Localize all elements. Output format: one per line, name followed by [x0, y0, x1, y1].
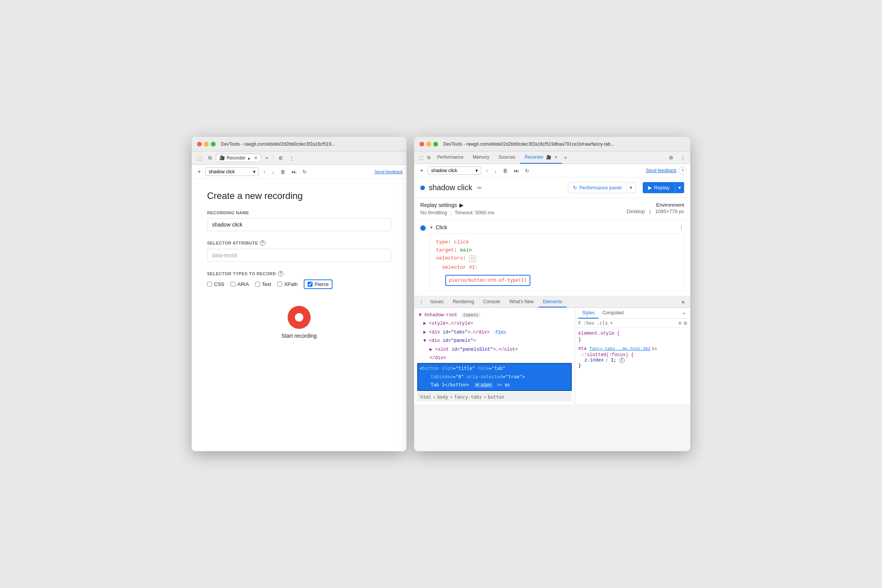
selector-attr-input[interactable] — [207, 249, 391, 262]
right-step-button[interactable]: ⏭ — [512, 167, 521, 175]
css-checkbox[interactable] — [207, 282, 212, 287]
hover-state-button[interactable]: :hov — [583, 320, 594, 326]
dom-line-selected-button[interactable]: <button slot="title" role="tab" tabindex… — [417, 363, 572, 391]
perf-panel-refresh-icon: ↻ — [573, 185, 577, 191]
tab-console[interactable]: Console — [479, 297, 505, 307]
right-more-options-icon[interactable]: ⋮ — [678, 154, 687, 162]
performance-panel-dropdown[interactable]: ▾ — [626, 182, 636, 193]
filter-label: F — [578, 320, 581, 326]
settings-icon[interactable]: ⚙ — [276, 154, 285, 162]
right-minimize-button[interactable] — [426, 142, 431, 146]
right-send-feedback-link[interactable]: Send feedback — [646, 168, 676, 173]
right-replay-step-button[interactable]: ↻ — [523, 167, 531, 175]
recording-toolbar: + shadow click ▾ ↑ ↓ 🗑 ⏭ ↻ Send feedback — [192, 165, 406, 179]
close-bottom-panel-icon[interactable]: ✕ — [679, 298, 687, 306]
z-index-info-icon[interactable]: ℹ — [619, 358, 625, 363]
maximize-button[interactable] — [211, 142, 216, 146]
tab-close-icon[interactable]: ✕ — [254, 155, 258, 161]
right-cursor-icon[interactable]: ⬚ — [417, 154, 425, 161]
more-tabs-right-icon[interactable]: » — [562, 154, 569, 161]
breadcrumb-body[interactable]: body — [437, 394, 448, 400]
export-recording-button[interactable]: ↑ — [261, 168, 268, 176]
replay-button[interactable]: ▶ Replay — [643, 182, 675, 193]
right-device-icon[interactable]: ⧉ — [425, 154, 433, 161]
right-import-button[interactable]: ↓ — [492, 167, 499, 175]
recorder-tab[interactable]: 🎥 Recorder ▲ ✕ — [216, 154, 261, 162]
xpath-checkbox[interactable] — [277, 282, 282, 287]
breadcrumb-fancy-tabs[interactable]: fancy-tabs — [454, 394, 482, 400]
selector-types-info-icon[interactable]: ? — [278, 271, 283, 276]
step-header[interactable]: ▼ Click ⋮ — [429, 224, 684, 230]
step-more-icon[interactable]: ⋮ — [679, 224, 684, 230]
right-export-button[interactable]: ↑ — [484, 167, 490, 175]
right-add-button[interactable]: + — [418, 166, 425, 175]
recorder-tab-close-right[interactable]: ✕ — [554, 155, 558, 159]
record-inner-icon — [295, 313, 303, 322]
right-close-button[interactable] — [420, 142, 424, 146]
cursor-icon[interactable]: ⬚ — [196, 154, 204, 162]
xpath-checkbox-item[interactable]: XPath — [277, 281, 298, 287]
tab-performance[interactable]: Performance — [433, 151, 468, 164]
replay-dropdown-button[interactable]: ▾ — [675, 182, 684, 193]
text-checkbox-item[interactable]: Text — [255, 281, 271, 287]
styles-tab-styles[interactable]: Styles — [578, 308, 599, 319]
start-recording-button[interactable] — [288, 306, 311, 329]
dom-line-panels-div[interactable]: ▼ <div id="panels"> — [417, 337, 572, 345]
right-recording-selector[interactable]: shadow click ▾ — [428, 166, 481, 175]
tab-issues[interactable]: Issues — [426, 297, 448, 307]
tab-rendering[interactable]: Rendering — [448, 297, 479, 307]
more-options-icon[interactable]: ⋮ — [287, 154, 296, 162]
device-icon[interactable]: ⧉ — [206, 154, 214, 162]
send-feedback-link[interactable]: Send feedback — [375, 169, 403, 174]
breadcrumb-html[interactable]: html — [420, 394, 431, 400]
right-help-icon[interactable]: ? — [679, 167, 686, 174]
style-source-link[interactable]: fancy-tabs-….mo.html:302 — [590, 347, 650, 351]
import-recording-button[interactable]: ↓ — [270, 168, 276, 176]
styles-more-icon[interactable]: » — [681, 308, 687, 319]
close-button[interactable] — [197, 142, 202, 146]
tab-whatsnew[interactable]: What's New — [505, 297, 538, 307]
tab-sources[interactable]: Sources — [494, 151, 520, 164]
step-over-button[interactable]: ⏭ — [290, 168, 298, 176]
bottom-panel-more-icon[interactable]: ⋮ — [417, 297, 426, 307]
recording-name-input[interactable] — [207, 218, 391, 231]
step-code-block: type: click target: main selectors: ⬚ se… — [429, 233, 684, 291]
tab-memory[interactable]: Memory — [468, 151, 494, 164]
performance-panel-button[interactable]: ↻ Performance panel — [568, 182, 626, 193]
dom-line-style[interactable]: ▶ <style>…</style> — [417, 319, 572, 328]
start-recording-label[interactable]: Start recording — [281, 333, 317, 339]
dom-line-slot[interactable]: ▶ <slot id="panelsSlot">…</slot> — [417, 345, 572, 354]
replay-label: Replay — [654, 185, 670, 191]
edit-recording-icon[interactable]: ✏ — [477, 185, 482, 191]
right-delete-button[interactable]: 🗑 — [501, 167, 510, 175]
dom-line-tabs-div[interactable]: ▶ <div id="tabs">…</div> flex — [417, 328, 572, 337]
replay-step-button[interactable]: ↻ — [301, 168, 309, 176]
pierce-checkbox[interactable] — [308, 282, 313, 287]
aria-checkbox[interactable] — [230, 282, 235, 287]
right-settings-icon[interactable]: ⚙ — [667, 154, 675, 162]
aria-checkbox-item[interactable]: ARIA — [230, 281, 249, 287]
more-tabs-icon[interactable]: » — [263, 154, 270, 162]
delete-recording-button[interactable]: 🗑 — [278, 168, 287, 176]
recorder-tab-icon-right: 🎥 — [546, 155, 551, 159]
class-toggle-button[interactable]: .cls — [597, 320, 608, 326]
replay-settings-header[interactable]: Replay settings ▶ — [420, 202, 627, 208]
breadcrumb-button[interactable]: button — [488, 394, 504, 400]
styles-tab-computed[interactable]: Computed — [599, 308, 627, 319]
pierce-checkbox-item[interactable]: Pierce — [308, 281, 329, 287]
text-checkbox[interactable] — [255, 282, 260, 287]
right-maximize-button[interactable] — [433, 142, 438, 146]
add-recording-button[interactable]: + — [196, 167, 203, 176]
recording-selector[interactable]: shadow click ▾ — [205, 168, 259, 176]
css-checkbox-item[interactable]: CSS — [207, 281, 224, 287]
selector-types-group: CSS ARIA Text XPath Pierce — [207, 279, 391, 289]
minimize-button[interactable] — [204, 142, 209, 146]
copy-styles-icon[interactable]: ⊡ — [679, 320, 681, 326]
tab-elements[interactable]: Elements — [538, 297, 567, 307]
bottom-tab-bar: ⋮ Issues Rendering Console What's New El… — [414, 297, 690, 308]
layout-icon[interactable]: ⧉ — [684, 320, 687, 326]
selector-attr-info-icon[interactable]: ? — [260, 240, 265, 246]
add-style-button[interactable]: + — [610, 320, 613, 326]
slotted-close: } — [578, 363, 687, 368]
tab-recorder[interactable]: Recorder 🎥 ✕ — [520, 151, 562, 164]
